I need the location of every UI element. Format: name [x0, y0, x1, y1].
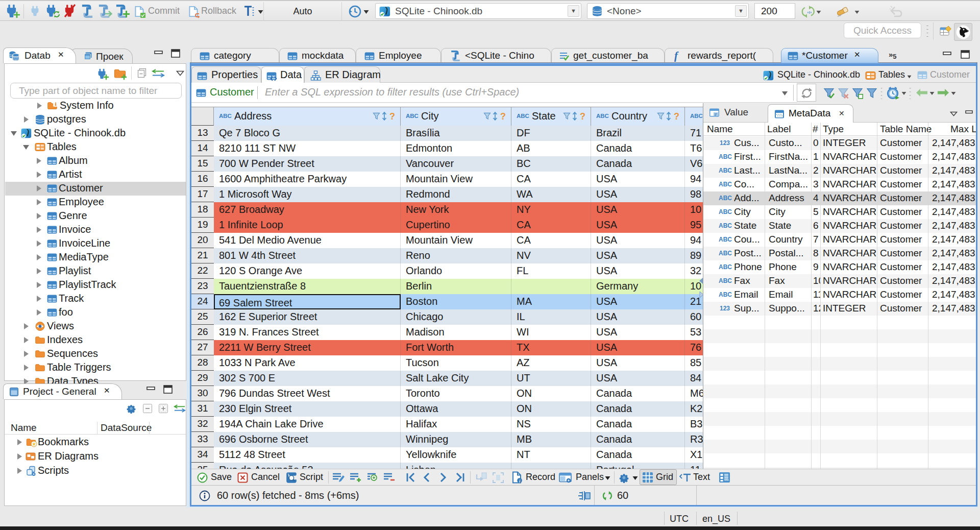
svg-text:i: i — [55, 101, 56, 107]
